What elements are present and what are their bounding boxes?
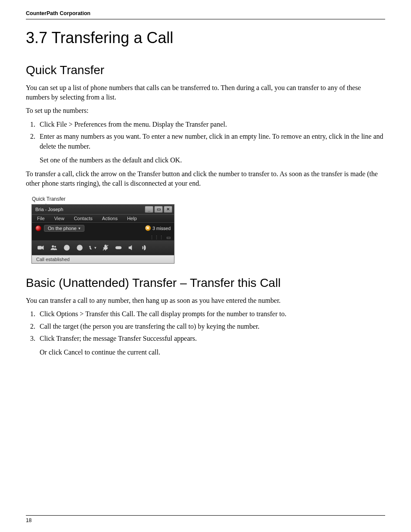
svg-point-8 — [79, 246, 81, 249]
volume-waves-icon[interactable] — [140, 244, 148, 252]
collapse-icon[interactable]: ▭ — [166, 235, 171, 240]
svg-point-3 — [54, 246, 56, 247]
paragraph: You can transfer a call to any number, t… — [26, 296, 385, 305]
page-footer: 18 — [26, 515, 385, 523]
list-item-text: Click Transfer; the message Transfer Suc… — [40, 335, 197, 342]
window-title: Bria - Joseph — [35, 207, 145, 212]
contacts-icon[interactable] — [50, 244, 58, 252]
list-item-sub: Set one of the numbers as the default an… — [40, 156, 385, 165]
list-item: Click File > Preferences from the menu. … — [37, 120, 385, 129]
ordered-list: Click File > Preferences from the menu. … — [26, 120, 385, 165]
presence-dot-icon — [35, 225, 41, 231]
section-basic-transfer-heading: Basic (Unattended) Transfer – Transfer t… — [26, 276, 385, 290]
missed-count-text: 3 missed — [153, 226, 171, 231]
chevron-down-icon: ▾ — [94, 246, 97, 250]
mute-mic-icon[interactable] — [102, 244, 109, 252]
app-window: Bria - Joseph _ ▭ ✕ File View Contacts A… — [32, 205, 174, 263]
menu-contacts[interactable]: Contacts — [74, 216, 92, 221]
minimize-button[interactable]: _ — [145, 206, 153, 213]
svg-rect-1 — [38, 246, 42, 249]
callout-label: Quick Transfer — [32, 196, 385, 202]
presence-dropdown[interactable]: On the phone ▾ — [44, 225, 84, 232]
speaker-icon[interactable] — [128, 244, 135, 252]
call-status-text: Call established — [32, 255, 174, 263]
chevron-down-icon: ▾ — [78, 226, 81, 230]
list-item: Click Transfer; the message Transfer Suc… — [37, 334, 385, 358]
list-item-sub: Or click Cancel to continue the current … — [40, 348, 385, 357]
menu-actions[interactable]: Actions — [102, 216, 118, 221]
record-icon[interactable] — [76, 244, 84, 252]
page-title: 3.7 Transfering a Call — [26, 29, 385, 47]
svg-rect-12 — [115, 246, 121, 249]
section-quick-transfer-heading: Quick Transfer — [26, 63, 385, 77]
paragraph: To transfer a call, click the arrow on t… — [26, 169, 385, 188]
missed-calls-badge[interactable]: ✕ 3 missed — [145, 225, 171, 231]
list-item-text: Enter as many numbers as you want. To en… — [40, 133, 383, 149]
hold-icon[interactable] — [63, 244, 71, 252]
ordered-list: Click Options > Transfer this Call. The … — [26, 309, 385, 358]
list-item: Call the target (the person you are tran… — [37, 322, 385, 331]
hangup-icon[interactable] — [115, 244, 122, 252]
paragraph: You can set up a list of phone numbers t… — [26, 83, 385, 102]
svg-rect-5 — [66, 246, 67, 249]
dialpad-icon[interactable]: ⋮⋮⋮ — [149, 235, 164, 240]
transfer-icon[interactable]: ▾ — [89, 244, 97, 252]
page-number: 18 — [26, 517, 385, 523]
menu-file[interactable]: File — [37, 216, 45, 221]
call-toolbar: ▾ — [32, 240, 174, 255]
status-row: On the phone ▾ ✕ 3 missed — [32, 223, 174, 234]
menu-help[interactable]: Help — [127, 216, 137, 221]
titlebar: Bria - Joseph _ ▭ ✕ — [32, 205, 174, 215]
paragraph: To set up the numbers: — [26, 106, 385, 115]
video-icon[interactable] — [37, 244, 45, 252]
list-item: Enter as many numbers as you want. To en… — [37, 132, 385, 165]
close-button[interactable]: ✕ — [164, 206, 172, 213]
running-head: CounterPath Corporation — [26, 10, 385, 19]
missed-icon: ✕ — [145, 225, 151, 231]
mini-icons-row: ⋮⋮⋮ ▭ — [32, 234, 174, 240]
svg-point-2 — [52, 245, 54, 247]
restore-button[interactable]: ▭ — [154, 206, 163, 213]
presence-text: On the phone — [48, 226, 77, 231]
svg-rect-6 — [67, 246, 68, 249]
menubar: File View Contacts Actions Help — [32, 215, 174, 223]
list-item: Click Options > Transfer this Call. The … — [37, 309, 385, 319]
menu-view[interactable]: View — [54, 216, 65, 221]
svg-point-4 — [64, 245, 69, 250]
